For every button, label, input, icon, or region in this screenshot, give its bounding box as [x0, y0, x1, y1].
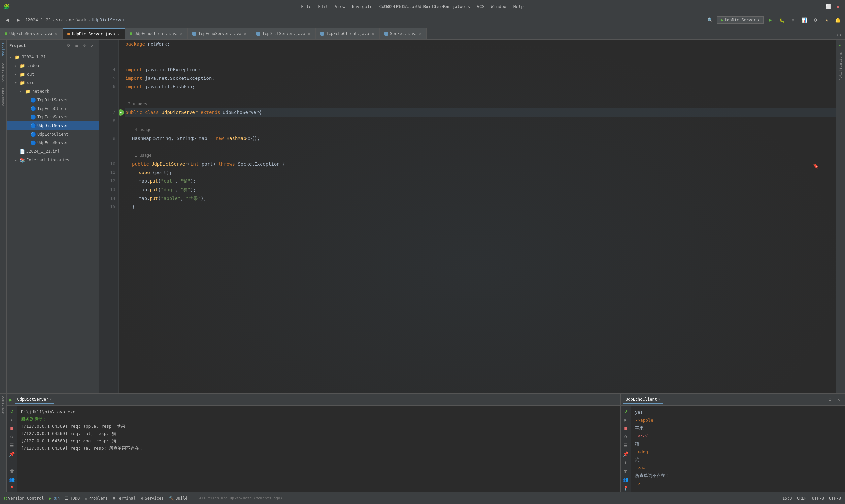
tab-tcpdictserver[interactable]: TcpDictServer.java ✕ — [252, 28, 316, 39]
rerun-button[interactable]: ↺ — [7, 407, 16, 415]
run-configuration-selector[interactable]: ▶ UdpDictServer ▾ — [717, 17, 764, 24]
run-trash-button[interactable]: 🗑 — [7, 467, 16, 475]
run-tab-close[interactable]: ✕ — [50, 397, 52, 401]
echo-settings2-button[interactable]: ⚙ — [621, 433, 630, 441]
tree-item-tcpechoserver[interactable]: 🔵 TcpEchoServer — [6, 113, 99, 121]
run-pin-button[interactable]: 📌 — [7, 450, 16, 458]
tree-item-out[interactable]: ▸ 📁 out — [6, 70, 99, 78]
run-stop-button[interactable]: ▶ — [7, 416, 16, 424]
run-up-button[interactable]: ↑ — [7, 458, 16, 466]
tab-close-udpdictserver[interactable]: ✕ — [117, 32, 121, 37]
menu-view[interactable]: View — [332, 3, 349, 10]
tree-item-iml[interactable]: 📄 J2024_1_21.iml — [6, 147, 99, 156]
forward-button[interactable]: ▶ — [14, 16, 23, 25]
project-close-button[interactable]: ✕ — [89, 42, 96, 49]
tree-item-root[interactable]: ▾ 📁 J2024_1_21 — [6, 53, 99, 61]
search-everywhere-button[interactable]: 🔍 — [706, 16, 715, 25]
status-line-col[interactable]: 15:3 — [782, 496, 792, 501]
tree-item-tcpechoclient[interactable]: 🔵 TcpEchoClient — [6, 104, 99, 113]
tab-close-tcpechoclient[interactable]: ✕ — [371, 31, 375, 36]
tab-socket[interactable]: Socket.java ✕ — [380, 28, 427, 39]
status-version-control[interactable]: ⑆ Version Control — [4, 496, 43, 501]
breadcrumb-project[interactable]: J2024_1_21 — [25, 17, 51, 22]
tab-close-udpechoserver[interactable]: ✕ — [54, 31, 58, 36]
menu-edit[interactable]: Edit — [315, 3, 331, 10]
tab-tcpechoclient[interactable]: TcpEchoClient.java ✕ — [316, 28, 380, 39]
tree-item-udpdictserver[interactable]: 🔵 UdpDictServer — [6, 121, 99, 130]
maximize-button[interactable]: ⬜ — [825, 3, 832, 10]
tab-close-tcpechoserver[interactable]: ✕ — [243, 31, 247, 36]
profile-button[interactable]: 📊 — [799, 16, 809, 25]
notifications-label[interactable]: Notifications — [839, 52, 843, 80]
run-layout-button[interactable]: ☰ — [7, 441, 16, 449]
echo-up-button[interactable]: ↑ — [621, 458, 630, 466]
run-pin2-button[interactable]: 📍 — [7, 484, 16, 492]
bottom-structure-label[interactable]: Structure — [1, 394, 5, 418]
echo-trash-button[interactable]: 🗑 — [621, 467, 630, 475]
tree-item-idea[interactable]: ▸ 📁 .idea — [6, 61, 99, 70]
settings-button[interactable]: ⚙ — [811, 16, 820, 25]
status-run[interactable]: ▶ Run — [49, 496, 60, 501]
tab-settings-button[interactable]: ⚙ — [834, 30, 844, 39]
run-users-button[interactable]: 👥 — [7, 475, 16, 484]
echo-output-content[interactable]: yes ->apple 苹果 ->cat 猫 ->dog 狗 ->aa 所查单词… — [631, 406, 845, 492]
tab-close-udpechoclient[interactable]: ✕ — [179, 31, 183, 36]
tree-item-src[interactable]: ▾ 📁 src — [6, 78, 99, 87]
run-output-content[interactable]: D:\jdk11\bin\java.exe ... 服务器启动！ [/127.0… — [17, 406, 620, 492]
status-build[interactable]: 🔨 Build — [169, 496, 187, 501]
stop-button[interactable]: ■ — [7, 424, 16, 432]
echo-users-button[interactable]: 👥 — [621, 475, 630, 484]
menu-window[interactable]: Window — [488, 3, 510, 10]
project-gear-button[interactable]: ⚙ — [81, 42, 88, 49]
echo-pin-button[interactable]: 📌 — [621, 450, 630, 458]
tab-udpechoclient[interactable]: UdpEchoClient.java ✕ — [125, 28, 188, 39]
tree-item-udpechoserver[interactable]: 🔵 UdpEchoServer — [6, 139, 99, 147]
tab-tcpechoserver[interactable]: TcpEchoServer.java ✕ — [188, 28, 252, 39]
status-encoding[interactable]: UTF-8 — [812, 496, 824, 501]
echo-rerun-button[interactable]: ↺ — [621, 407, 630, 415]
tab-close-tcpdictserver[interactable]: ✕ — [307, 31, 311, 36]
tree-item-network[interactable]: ▾ 📁 netWork — [6, 87, 99, 96]
menu-vcs[interactable]: VCS — [473, 3, 488, 10]
breadcrumb-file[interactable]: UdpDictServer — [92, 17, 125, 22]
status-services[interactable]: ⚙ Services — [141, 496, 164, 501]
status-problems[interactable]: ⚠ Problems — [85, 496, 108, 501]
status-crlf[interactable]: CRLF — [797, 496, 807, 501]
tab-close-socket[interactable]: ✕ — [419, 31, 422, 36]
close-button[interactable]: ✕ — [834, 3, 842, 10]
notifications-button[interactable]: 🔔 — [833, 16, 842, 25]
tree-item-udpechoclient[interactable]: 🔵 UdpEchoClient — [6, 130, 99, 139]
project-label[interactable]: Project — [1, 40, 5, 60]
bookmarks-vert-label[interactable]: Bookmarks — [1, 85, 5, 110]
git-icon[interactable]: ★ — [822, 16, 831, 25]
menu-help[interactable]: Help — [510, 3, 527, 10]
menu-navigate[interactable]: Navigate — [349, 3, 376, 10]
tab-udpechoserver[interactable]: UdpEchoServer.java ✕ — [0, 28, 63, 39]
structure-vert-label[interactable]: Structure — [1, 60, 5, 85]
tab-udpdictserver[interactable]: UdpDictServer.java ✕ — [63, 28, 125, 39]
back-button[interactable]: ◀ — [3, 16, 12, 25]
editor-status-check[interactable]: ✓ — [837, 41, 844, 48]
status-indent[interactable]: UTF-8 — [829, 496, 841, 501]
tree-item-tcpdictserver[interactable]: 🔵 TcpDictServer — [6, 96, 99, 104]
breadcrumb-network[interactable]: netWork — [69, 17, 87, 22]
project-collapse-button[interactable]: ≡ — [73, 42, 80, 49]
echo-layout-button[interactable]: ☰ — [621, 441, 630, 449]
coverage-button[interactable]: ☂ — [788, 16, 797, 25]
echo-stop-button[interactable]: ■ — [621, 424, 630, 432]
echo-tab-udpechoclient[interactable]: UdpEchoClient ✕ — [623, 396, 663, 404]
breadcrumb-src[interactable]: src — [56, 17, 64, 22]
menu-file[interactable]: File — [298, 3, 315, 10]
echo-close-button[interactable]: ✕ — [835, 396, 842, 403]
echo-pin2-button[interactable]: 📍 — [621, 484, 630, 492]
project-sync-button[interactable]: ⟳ — [65, 42, 72, 49]
echo-tab-close[interactable]: ✕ — [658, 397, 661, 401]
run-button[interactable]: ▶ — [766, 16, 775, 25]
run-settings-button[interactable]: ⚙ — [7, 433, 16, 441]
echo-forward-button[interactable]: ▶ — [621, 416, 630, 424]
minimize-button[interactable]: — — [815, 3, 822, 10]
echo-settings-button[interactable]: ⚙ — [827, 396, 834, 403]
status-terminal[interactable]: ⊞ Terminal — [113, 496, 136, 501]
run-tab-udpdictserver[interactable]: UdpDictServer ✕ — [15, 396, 54, 404]
debug-button[interactable]: 🐛 — [777, 16, 786, 25]
